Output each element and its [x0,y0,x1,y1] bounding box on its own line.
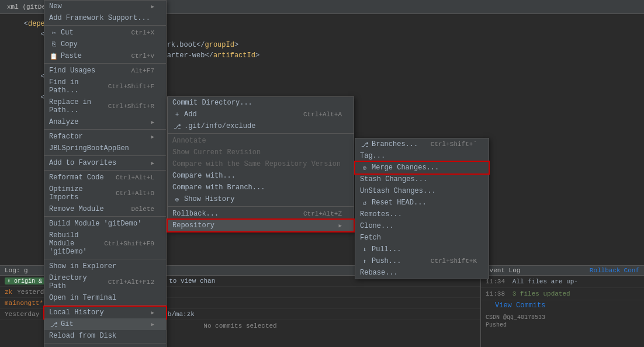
menu-git[interactable]: ⎇ Git Commit Directory... + Add Ctrl+Alt… [44,318,166,330]
event-time-2: 11:38 [486,290,505,297]
repo-merge[interactable]: ⊕ Merge Changes... [355,162,489,173]
main-context-menu: New Add Framework Support... ✂ Cut Ctrl+… [44,0,167,347]
git-commit-dir[interactable]: Commit Directory... [168,97,354,109]
menu-optimize[interactable]: Optimize Imports Ctrl+Alt+O [44,183,166,203]
add-icon: + [172,111,182,118]
event-log-entry-1: 11:34 All files are up- [481,276,644,288]
rollback-link[interactable]: Rollback [590,267,621,274]
menu-local-history[interactable]: Local History [44,307,166,318]
menu-sep-2 [44,63,166,64]
git-sep-2 [168,206,354,207]
event-log-header: Event Log Rollback Conf [481,266,644,276]
menu-compare-with[interactable]: Compare With... Ctrl+D [44,345,166,347]
menu-paste[interactable]: 📋 Paste Ctrl+V [44,50,166,62]
git-annotate[interactable]: Annotate [168,135,354,147]
menu-reformat[interactable]: Reformat Code Ctrl+Alt+L [44,172,166,183]
menu-sep-8 [44,305,166,306]
event-text-1: All files are up- [513,278,578,285]
menu-analyze[interactable]: Analyze [44,116,166,128]
menu-jbl[interactable]: JBLSpringBootAppGen [44,143,166,154]
repo-branches[interactable]: ⎇ Branches... Ctrl+Shift+` [355,138,489,150]
menu-replace-path[interactable]: Replace in Path... Ctrl+Shift+R [44,96,166,116]
menu-reload-disk[interactable]: Reload from Disk [44,330,166,342]
menu-sep-1 [44,25,166,26]
conf-link[interactable]: Conf [624,267,639,274]
event-text-2: 3 files updated [513,290,570,297]
git-rollback[interactable]: Rollback... Ctrl+Alt+Z [168,208,354,220]
menu-refactor[interactable]: Refactor [44,131,166,143]
menu-copy[interactable]: ⎘ Copy [44,39,166,50]
repo-rebase[interactable]: Rebase... [355,267,489,279]
clock-icon: ⊙ [172,196,182,203]
repo-stash[interactable]: Stash Changes... [355,173,489,185]
event-log-panel: Event Log Rollback Conf 11:34 All files … [480,265,644,347]
merge-icon: ⊕ [360,164,369,172]
menu-find-usages[interactable]: Find Usages Alt+F7 [44,65,166,77]
paste-icon: 📋 [49,53,58,60]
repo-reset-head[interactable]: ↺ Reset HEAD... [355,197,489,209]
menu-sep-7 [44,259,166,259]
menu-rebuild[interactable]: Rebuild Module 'gitDemo' Ctrl+Shift+F9 [44,230,166,258]
git-add[interactable]: + Add Ctrl+Alt+A [168,109,354,120]
reset-icon: ↺ [360,199,369,207]
menu-find-path[interactable]: Find in Path... Ctrl+Shift+F [44,77,166,96]
repo-fetch[interactable]: Fetch [355,232,489,244]
git-file-icon: ⎇ [172,123,182,130]
menu-remove-module[interactable]: Remove Module Delete [44,203,166,215]
pull-icon: ⬇ [360,246,369,254]
menu-dir-path[interactable]: Directory Path Ctrl+Alt+F12 [44,272,166,292]
git-repository[interactable]: Repository ⎇ Branches... Ctrl+Shift+` Ta… [168,220,354,231]
repo-tag[interactable]: Tag... [355,150,489,162]
view-commits-container: View Commits [481,300,644,310]
menu-build[interactable]: Build Module 'gitDemo' [44,218,166,230]
menu-sep-4 [44,155,166,156]
menu-cut[interactable]: ✂ Cut Ctrl+X [44,27,166,39]
git-compare-same[interactable]: Compare with the Same Repository Version [168,158,354,170]
copy-icon: ⎘ [49,41,58,48]
repo-clone[interactable]: Clone... [355,220,489,232]
view-commits-link[interactable]: View Commits [495,301,545,310]
event-log-entry-2: 11:38 3 files updated [481,288,644,300]
git-submenu: Commit Directory... + Add Ctrl+Alt+A ⎇ .… [167,96,354,232]
branch-icon: ⎇ [360,141,369,148]
cut-icon: ✂ [49,29,58,37]
git-sep-1 [168,133,354,134]
repo-submenu: ⎇ Branches... Ctrl+Shift+` Tag... ⊕ Merg… [355,138,489,279]
menu-favorites[interactable]: Add to Favorites [44,157,166,169]
repo-pull[interactable]: ⬇ Pull... [355,244,489,255]
git-compare-branch[interactable]: Compare with Branch... [168,182,354,193]
menu-open-terminal[interactable]: Open in Terminal [44,292,166,304]
menu-sep-9 [44,343,166,343]
menu-sep-6 [44,216,166,217]
menu-add-framework[interactable]: Add Framework Support... [44,12,166,24]
menu-show-explorer[interactable]: Show in Explorer [44,261,166,272]
pushed-label: Pushed [481,321,644,328]
menu-new[interactable]: New [44,1,166,12]
git-icon: ⎇ [49,321,58,328]
git-exclude[interactable]: ⎇ .git/info/exclude [168,120,354,132]
git-show-revision[interactable]: Show Current Revision [168,147,354,158]
git-compare-with[interactable]: Compare with... [168,170,354,182]
csdn-label: CSDN @qq_40178533 [481,310,644,321]
repo-unstash[interactable]: UnStash Changes... [355,185,489,197]
menu-sep-5 [44,170,166,171]
menu-sep-3 [44,129,166,130]
git-author-3: mainongtt* [5,300,43,307]
push-icon: ⬆ [360,258,369,265]
git-author-2: zk [5,289,12,296]
event-log-title: Event Log [486,267,520,274]
git-log-title: Log: g [5,267,28,274]
git-show-history[interactable]: ⊙ Show History [168,193,354,205]
repo-remotes[interactable]: Remotes... [355,209,489,220]
repo-push[interactable]: ⬆ Push... Ctrl+Shift+K [355,255,489,267]
